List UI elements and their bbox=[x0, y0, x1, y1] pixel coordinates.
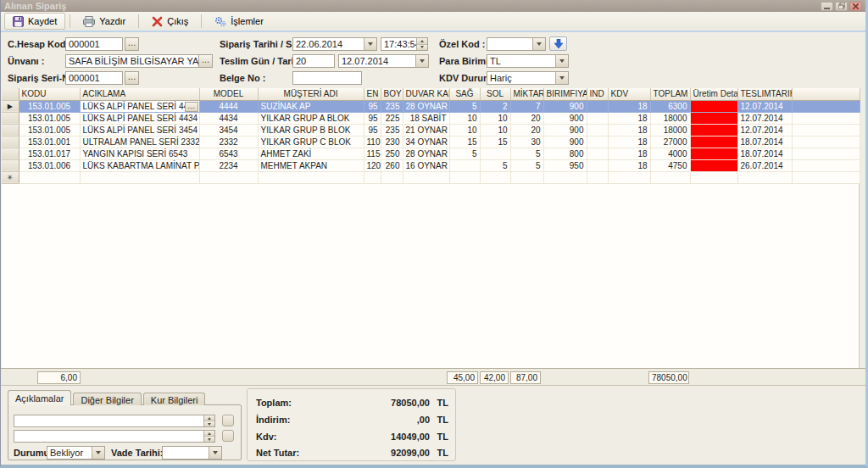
cell-model[interactable]: 2332 bbox=[199, 136, 258, 148]
print-button[interactable]: Yazdır bbox=[75, 13, 134, 30]
cell-model[interactable]: 3454 bbox=[199, 124, 258, 136]
cell-empty[interactable] bbox=[381, 171, 403, 183]
cell-ind[interactable] bbox=[587, 112, 608, 124]
cell-birimfiyat[interactable]: 900 bbox=[543, 112, 587, 124]
cell-sol[interactable]: 10 bbox=[480, 112, 510, 124]
close-button[interactable] bbox=[849, 2, 862, 11]
col-ind[interactable]: IND bbox=[587, 88, 608, 100]
row-selector[interactable] bbox=[2, 159, 19, 171]
time-spin-buttons[interactable] bbox=[416, 38, 427, 50]
cell-en[interactable]: 95 bbox=[364, 100, 381, 112]
new-row[interactable]: ✳ bbox=[2, 171, 860, 183]
special-code-dropdown-icon[interactable] bbox=[532, 38, 545, 50]
cell-birimfiyat[interactable]: 900 bbox=[543, 136, 587, 148]
cell-ind[interactable] bbox=[587, 136, 608, 148]
cell-boy[interactable]: 230 bbox=[381, 136, 403, 148]
row-selector[interactable] bbox=[2, 112, 19, 124]
due-date-combo[interactable] bbox=[162, 446, 222, 460]
col-birimfiyat[interactable]: BIRIMFIYAT bbox=[543, 88, 587, 100]
cell-kdv[interactable]: 18 bbox=[608, 112, 650, 124]
account-code-lookup-button[interactable]: … bbox=[125, 37, 139, 51]
cell-kodu[interactable]: 153.01.005 bbox=[19, 100, 80, 112]
cell-toplam[interactable]: 18000 bbox=[650, 112, 690, 124]
cell-toplam[interactable]: 27000 bbox=[650, 136, 690, 148]
col-model[interactable]: MODEL bbox=[199, 88, 258, 100]
cell-empty[interactable] bbox=[690, 171, 737, 183]
special-code-combo[interactable] bbox=[487, 37, 546, 51]
table-row[interactable]: 153.01.017 YANGIN KAPISI SERİ 6543 6543 … bbox=[2, 148, 860, 159]
cell-musteri[interactable]: MEHMET AKPAN bbox=[258, 159, 364, 171]
cell-empty[interactable] bbox=[650, 171, 690, 183]
cell-sag[interactable]: 15 bbox=[449, 136, 480, 148]
cell-model[interactable]: 4434 bbox=[199, 112, 258, 124]
tab-kur-bilgileri[interactable]: Kur Bilgileri bbox=[143, 393, 206, 405]
cell-boy[interactable]: 225 bbox=[381, 112, 403, 124]
table-row[interactable]: 153.01.006 LÜKS KABARTMA LAMİNAT PANEL S… bbox=[2, 159, 860, 171]
cell-sol[interactable]: 2 bbox=[480, 100, 510, 112]
order-time-spinner[interactable]: 17:43:54 bbox=[381, 37, 428, 51]
company-title-lookup-button[interactable]: … bbox=[198, 54, 213, 68]
cell-uretim-detay-alert[interactable] bbox=[690, 112, 737, 124]
special-code-apply-button[interactable] bbox=[549, 36, 567, 51]
currency-dropdown-icon[interactable] bbox=[555, 55, 568, 67]
cell-en[interactable]: 120 bbox=[364, 159, 381, 171]
cell-uretim-detay-alert[interactable] bbox=[690, 148, 737, 159]
cell-sol[interactable]: 5 bbox=[480, 159, 510, 171]
cell-aciklama[interactable]: LÜKS KABARTMA LAMİNAT PANEL S... bbox=[80, 159, 199, 171]
cell-miktar[interactable]: 5 bbox=[510, 148, 543, 159]
cell-boy[interactable]: 260 bbox=[381, 159, 403, 171]
cell-toplam[interactable]: 4000 bbox=[650, 148, 690, 159]
company-title-input[interactable]: SAFA BİLİŞİM BİLGİSAYAR YAZILIM SİSTEM bbox=[65, 54, 199, 68]
col-en[interactable]: EN bbox=[364, 88, 381, 100]
vat-status-dropdown-icon[interactable] bbox=[555, 72, 568, 84]
col-duvar-kal[interactable]: DUVAR KAL. bbox=[403, 88, 449, 100]
cell-empty[interactable] bbox=[364, 171, 381, 183]
cell-kodu[interactable]: 153.01.005 bbox=[19, 124, 80, 136]
col-musteri-adi[interactable]: MÜŞTERİ ADI bbox=[258, 88, 364, 100]
status-combo[interactable]: Bekliyor bbox=[47, 446, 105, 460]
note-input-1[interactable] bbox=[14, 415, 215, 427]
order-date-dropdown-icon[interactable] bbox=[364, 38, 376, 50]
table-row[interactable]: ▶ 153.01.005 LÜKS ALPİ PANEL SERİ 4444… … bbox=[2, 100, 860, 112]
cell-birimfiyat[interactable]: 900 bbox=[543, 100, 587, 112]
cell-model[interactable]: 6543 bbox=[199, 148, 258, 159]
cell-sol[interactable]: 15 bbox=[480, 136, 510, 148]
cell-boy[interactable]: 235 bbox=[381, 100, 403, 112]
col-sol[interactable]: SOL bbox=[480, 88, 510, 100]
note1-spin-buttons[interactable] bbox=[203, 415, 214, 426]
col-sag[interactable]: SAĞ bbox=[449, 88, 480, 100]
note1-extra-button[interactable] bbox=[222, 415, 234, 426]
cell-duvar[interactable]: 18 SABİT bbox=[403, 112, 449, 124]
tab-aciklamalar[interactable]: Açıklamalar bbox=[8, 390, 71, 405]
exit-button[interactable]: Çıkış bbox=[143, 13, 197, 30]
cell-empty[interactable] bbox=[449, 171, 480, 183]
cell-model[interactable]: 4444 bbox=[199, 100, 258, 112]
cell-uretim-detay-alert[interactable] bbox=[690, 159, 737, 171]
delivery-date-picker[interactable]: 12.07.2014 bbox=[338, 54, 429, 68]
cell-ind[interactable] bbox=[587, 148, 608, 159]
cell-miktar[interactable]: 7 bbox=[510, 100, 543, 112]
cell-kdv[interactable]: 18 bbox=[608, 124, 650, 136]
cell-empty[interactable] bbox=[80, 171, 199, 183]
cell-miktar[interactable]: 5 bbox=[510, 159, 543, 171]
cell-teslim-tarihi[interactable]: 12.07.2014 bbox=[737, 124, 792, 136]
cell-sol[interactable]: 10 bbox=[480, 124, 510, 136]
cell-kodu[interactable]: 153.01.001 bbox=[19, 136, 80, 148]
cell-uretim-detay-alert[interactable] bbox=[690, 100, 737, 112]
cell-ind[interactable] bbox=[587, 100, 608, 112]
cell-lookup-button[interactable]: … bbox=[185, 102, 198, 112]
cell-empty[interactable] bbox=[258, 171, 364, 183]
currency-combo[interactable]: TL bbox=[487, 54, 569, 68]
cell-sag[interactable]: 5 bbox=[449, 148, 480, 159]
cell-kodu[interactable]: 153.01.005 bbox=[19, 112, 80, 124]
cell-teslim-tarihi[interactable]: 18.07.2014 bbox=[737, 136, 792, 148]
cell-sag[interactable]: 10 bbox=[449, 124, 480, 136]
cell-ind[interactable] bbox=[587, 124, 608, 136]
col-boy[interactable]: BOY bbox=[381, 88, 403, 100]
cell-aciklama[interactable]: YANGIN KAPISI SERİ 6543 bbox=[80, 148, 199, 159]
col-uretim-detay[interactable]: Üretim Detay bbox=[690, 88, 737, 100]
cell-ind[interactable] bbox=[587, 159, 608, 171]
note2-extra-button[interactable] bbox=[222, 430, 234, 442]
row-selector[interactable] bbox=[2, 124, 19, 136]
cell-aciklama[interactable]: LÜKS ALPİ PANEL SERİ 4434 bbox=[80, 112, 199, 124]
